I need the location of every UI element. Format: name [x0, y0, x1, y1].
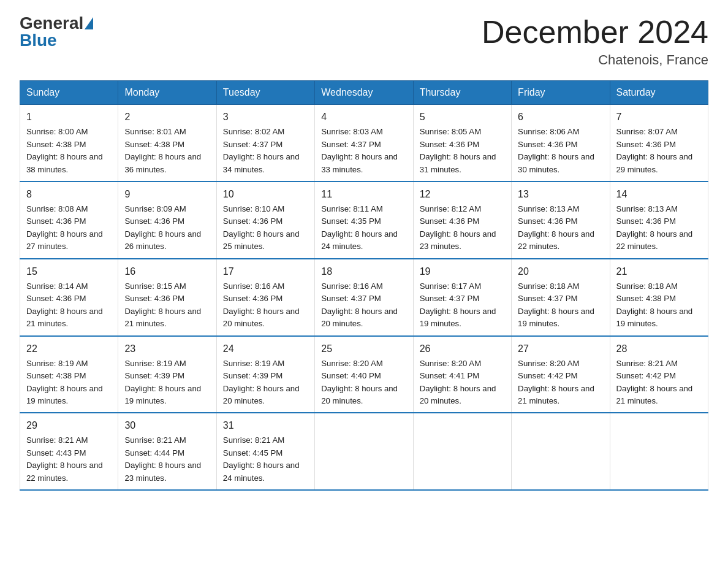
day-info: Sunrise: 8:21 AMSunset: 4:45 PMDaylight:… — [223, 434, 308, 484]
table-row: 14Sunrise: 8:13 AMSunset: 4:36 PMDayligh… — [610, 182, 708, 259]
col-sunday: Sunday — [20, 81, 118, 105]
calendar-week-row: 8Sunrise: 8:08 AMSunset: 4:36 PMDaylight… — [20, 182, 708, 259]
day-info: Sunrise: 8:08 AMSunset: 4:36 PMDaylight:… — [26, 203, 112, 253]
table-row: 17Sunrise: 8:16 AMSunset: 4:36 PMDayligh… — [216, 259, 314, 336]
table-row — [610, 413, 708, 490]
col-thursday: Thursday — [413, 81, 511, 105]
day-info: Sunrise: 8:09 AMSunset: 4:36 PMDaylight:… — [124, 203, 210, 253]
table-row — [413, 413, 511, 490]
day-info: Sunrise: 8:21 AMSunset: 4:44 PMDaylight:… — [124, 434, 210, 484]
table-row: 24Sunrise: 8:19 AMSunset: 4:39 PMDayligh… — [216, 336, 314, 413]
day-number: 27 — [518, 342, 603, 356]
table-row: 26Sunrise: 8:20 AMSunset: 4:41 PMDayligh… — [413, 336, 511, 413]
day-number: 11 — [321, 187, 406, 202]
day-info: Sunrise: 8:05 AMSunset: 4:36 PMDaylight:… — [420, 126, 505, 176]
day-number: 18 — [321, 264, 406, 279]
calendar-table: Sunday Monday Tuesday Wednesday Thursday… — [20, 80, 708, 491]
table-row: 4Sunrise: 8:03 AMSunset: 4:37 PMDaylight… — [315, 105, 413, 182]
day-info: Sunrise: 8:17 AMSunset: 4:37 PMDaylight:… — [420, 280, 505, 331]
table-row: 30Sunrise: 8:21 AMSunset: 4:44 PMDayligh… — [118, 413, 216, 490]
table-row: 31Sunrise: 8:21 AMSunset: 4:45 PMDayligh… — [216, 413, 314, 490]
col-monday: Monday — [118, 81, 216, 105]
calendar-header-row: Sunday Monday Tuesday Wednesday Thursday… — [20, 81, 708, 105]
table-row: 11Sunrise: 8:11 AMSunset: 4:35 PMDayligh… — [315, 182, 413, 259]
day-number: 9 — [124, 187, 210, 202]
location-subtitle: Chatenois, France — [482, 52, 708, 68]
col-tuesday: Tuesday — [216, 81, 314, 105]
day-number: 22 — [26, 342, 112, 356]
day-number: 28 — [616, 342, 702, 356]
table-row — [315, 413, 413, 490]
day-number: 3 — [223, 110, 308, 124]
day-info: Sunrise: 8:13 AMSunset: 4:36 PMDaylight:… — [518, 203, 603, 253]
day-info: Sunrise: 8:15 AMSunset: 4:36 PMDaylight:… — [124, 280, 210, 331]
table-row: 19Sunrise: 8:17 AMSunset: 4:37 PMDayligh… — [413, 259, 511, 336]
table-row: 10Sunrise: 8:10 AMSunset: 4:36 PMDayligh… — [216, 182, 314, 259]
day-info: Sunrise: 8:10 AMSunset: 4:36 PMDaylight:… — [223, 203, 308, 253]
table-row: 15Sunrise: 8:14 AMSunset: 4:36 PMDayligh… — [20, 259, 118, 336]
calendar-week-row: 29Sunrise: 8:21 AMSunset: 4:43 PMDayligh… — [20, 413, 708, 490]
day-info: Sunrise: 8:16 AMSunset: 4:36 PMDaylight:… — [223, 280, 308, 331]
day-number: 16 — [124, 264, 210, 279]
table-row: 12Sunrise: 8:12 AMSunset: 4:36 PMDayligh… — [413, 182, 511, 259]
day-info: Sunrise: 8:00 AMSunset: 4:38 PMDaylight:… — [26, 126, 112, 176]
day-number: 13 — [518, 187, 603, 202]
day-number: 30 — [124, 418, 210, 433]
table-row: 28Sunrise: 8:21 AMSunset: 4:42 PMDayligh… — [610, 336, 708, 413]
table-row: 13Sunrise: 8:13 AMSunset: 4:36 PMDayligh… — [512, 182, 610, 259]
table-row: 1Sunrise: 8:00 AMSunset: 4:38 PMDaylight… — [20, 105, 118, 182]
col-wednesday: Wednesday — [315, 81, 413, 105]
day-number: 2 — [124, 110, 210, 124]
day-number: 4 — [321, 110, 406, 124]
table-row: 27Sunrise: 8:20 AMSunset: 4:42 PMDayligh… — [512, 336, 610, 413]
page-header: General Blue December 2024 Chatenois, Fr… — [20, 15, 708, 68]
day-number: 17 — [223, 264, 308, 279]
day-info: Sunrise: 8:11 AMSunset: 4:35 PMDaylight:… — [321, 203, 406, 253]
table-row: 2Sunrise: 8:01 AMSunset: 4:38 PMDaylight… — [118, 105, 216, 182]
table-row: 18Sunrise: 8:16 AMSunset: 4:37 PMDayligh… — [315, 259, 413, 336]
day-info: Sunrise: 8:19 AMSunset: 4:39 PMDaylight:… — [124, 358, 210, 408]
day-number: 10 — [223, 187, 308, 202]
col-friday: Friday — [512, 81, 610, 105]
month-title: December 2024 — [482, 15, 708, 50]
day-number: 12 — [420, 187, 505, 202]
logo-triangle-icon — [85, 17, 93, 29]
day-number: 21 — [616, 264, 702, 279]
day-number: 5 — [420, 110, 505, 124]
day-info: Sunrise: 8:21 AMSunset: 4:42 PMDaylight:… — [616, 358, 702, 408]
day-number: 8 — [26, 187, 112, 202]
day-info: Sunrise: 8:03 AMSunset: 4:37 PMDaylight:… — [321, 126, 406, 176]
table-row: 9Sunrise: 8:09 AMSunset: 4:36 PMDaylight… — [118, 182, 216, 259]
day-info: Sunrise: 8:16 AMSunset: 4:37 PMDaylight:… — [321, 280, 406, 331]
table-row: 5Sunrise: 8:05 AMSunset: 4:36 PMDaylight… — [413, 105, 511, 182]
day-number: 20 — [518, 264, 603, 279]
day-info: Sunrise: 8:18 AMSunset: 4:37 PMDaylight:… — [518, 280, 603, 331]
table-row: 23Sunrise: 8:19 AMSunset: 4:39 PMDayligh… — [118, 336, 216, 413]
day-number: 31 — [223, 418, 308, 433]
table-row: 7Sunrise: 8:07 AMSunset: 4:36 PMDaylight… — [610, 105, 708, 182]
day-number: 19 — [420, 264, 505, 279]
day-info: Sunrise: 8:18 AMSunset: 4:38 PMDaylight:… — [616, 280, 702, 331]
day-number: 14 — [616, 187, 702, 202]
day-number: 1 — [26, 110, 112, 124]
table-row: 22Sunrise: 8:19 AMSunset: 4:38 PMDayligh… — [20, 336, 118, 413]
logo: General Blue — [20, 15, 93, 49]
day-info: Sunrise: 8:14 AMSunset: 4:36 PMDaylight:… — [26, 280, 112, 331]
table-row: 8Sunrise: 8:08 AMSunset: 4:36 PMDaylight… — [20, 182, 118, 259]
day-number: 7 — [616, 110, 702, 124]
day-info: Sunrise: 8:19 AMSunset: 4:39 PMDaylight:… — [223, 358, 308, 408]
day-info: Sunrise: 8:06 AMSunset: 4:36 PMDaylight:… — [518, 126, 603, 176]
calendar-week-row: 1Sunrise: 8:00 AMSunset: 4:38 PMDaylight… — [20, 105, 708, 182]
day-info: Sunrise: 8:01 AMSunset: 4:38 PMDaylight:… — [124, 126, 210, 176]
day-info: Sunrise: 8:12 AMSunset: 4:36 PMDaylight:… — [420, 203, 505, 253]
table-row: 16Sunrise: 8:15 AMSunset: 4:36 PMDayligh… — [118, 259, 216, 336]
day-info: Sunrise: 8:02 AMSunset: 4:37 PMDaylight:… — [223, 126, 308, 176]
table-row: 6Sunrise: 8:06 AMSunset: 4:36 PMDaylight… — [512, 105, 610, 182]
day-number: 26 — [420, 342, 505, 356]
col-saturday: Saturday — [610, 81, 708, 105]
title-block: December 2024 Chatenois, France — [482, 15, 708, 68]
day-number: 23 — [124, 342, 210, 356]
day-number: 15 — [26, 264, 112, 279]
day-number: 6 — [518, 110, 603, 124]
day-info: Sunrise: 8:13 AMSunset: 4:36 PMDaylight:… — [616, 203, 702, 253]
